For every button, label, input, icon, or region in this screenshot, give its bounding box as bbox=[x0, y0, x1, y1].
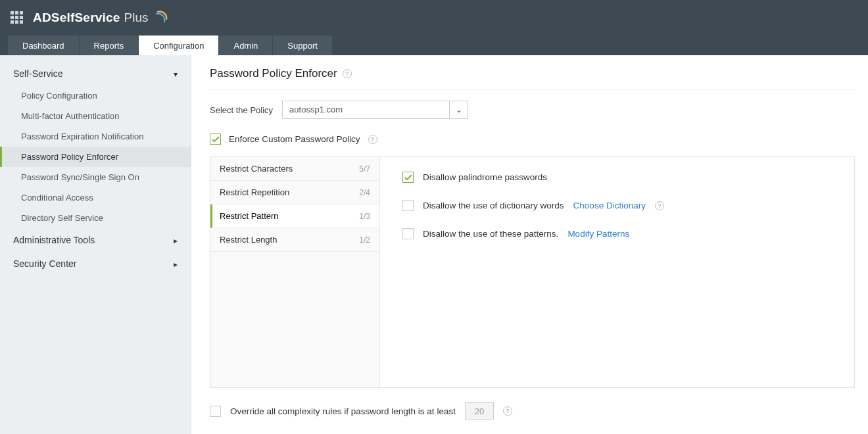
page-title-row: Password Policy Enforcer ? bbox=[210, 67, 854, 90]
ptab-restrict-repetition[interactable]: Restrict Repetition 2/4 bbox=[210, 181, 379, 205]
sidebar-section-label: Administrative Tools bbox=[13, 235, 95, 245]
enforce-row: Enforce Custom Password Policy ? bbox=[210, 126, 855, 157]
select-policy-label: Select the Policy bbox=[210, 105, 273, 115]
sidebar-item-password-expiration[interactable]: Password Expiration Notification bbox=[0, 126, 191, 147]
enforce-checkbox[interactable] bbox=[210, 133, 221, 145]
ptab-label: Restrict Repetition bbox=[220, 187, 289, 197]
opt-palindrome-checkbox[interactable] bbox=[402, 172, 414, 183]
policy-area: Restrict Characters 5/7 Restrict Repetit… bbox=[210, 157, 855, 388]
help-icon[interactable]: ? bbox=[368, 135, 377, 144]
modify-patterns-link[interactable]: Modify Patterns bbox=[567, 229, 629, 239]
sidebar-section-self-service[interactable]: Self-Service bbox=[0, 62, 191, 85]
tab-dashboard[interactable]: Dashboard bbox=[8, 36, 79, 55]
ptab-count: 1/2 bbox=[359, 235, 370, 245]
ptab-count: 2/4 bbox=[359, 188, 370, 197]
policy-options: Disallow palindrome passwords Disallow t… bbox=[380, 157, 854, 387]
ptab-count: 5/7 bbox=[359, 164, 370, 174]
help-icon[interactable]: ? bbox=[343, 69, 352, 78]
apps-grid-icon[interactable] bbox=[11, 11, 24, 24]
chevron-right-icon bbox=[174, 258, 178, 269]
policy-tab-list: Restrict Characters 5/7 Restrict Repetit… bbox=[210, 157, 380, 387]
opt-palindrome: Disallow palindrome passwords bbox=[402, 172, 841, 183]
policy-select[interactable]: autossp1.com ⌄ bbox=[282, 101, 468, 119]
ptab-label: Restrict Pattern bbox=[220, 211, 279, 221]
policy-select-button[interactable]: ⌄ bbox=[450, 101, 468, 119]
sidebar: Self-Service Policy Configuration Multi-… bbox=[0, 55, 191, 434]
override-row: Override all complexity rules if passwor… bbox=[210, 388, 855, 420]
ptab-label: Restrict Length bbox=[220, 235, 277, 245]
override-label: Override all complexity rules if passwor… bbox=[230, 406, 456, 416]
sidebar-item-password-policy-enforcer[interactable]: Password Policy Enforcer bbox=[0, 147, 191, 167]
sidebar-section-label: Self-Service bbox=[13, 68, 62, 79]
sidebar-section-label: Security Center bbox=[13, 258, 76, 269]
sidebar-item-policy-config[interactable]: Policy Configuration bbox=[0, 85, 191, 106]
override-checkbox[interactable] bbox=[210, 406, 221, 417]
brand: ADSelfService Plus bbox=[33, 10, 169, 26]
sidebar-section-admin-tools[interactable]: Administrative Tools bbox=[0, 228, 191, 252]
ptab-restrict-characters[interactable]: Restrict Characters 5/7 bbox=[210, 157, 379, 181]
override-length-input[interactable] bbox=[465, 402, 494, 420]
opt-dictionary-checkbox[interactable] bbox=[402, 200, 414, 211]
tab-admin[interactable]: Admin bbox=[219, 36, 272, 55]
opt-palindrome-label: Disallow palindrome passwords bbox=[423, 172, 547, 182]
brand-name: ADSelfService bbox=[33, 11, 120, 25]
opt-patterns-checkbox[interactable] bbox=[402, 228, 414, 239]
enforce-label: Enforce Custom Password Policy bbox=[229, 134, 360, 144]
chevron-down-icon bbox=[174, 68, 178, 79]
page-title: Password Policy Enforcer bbox=[210, 67, 337, 80]
opt-dictionary: Disallow the use of dictionary words Cho… bbox=[402, 200, 841, 211]
tab-configuration[interactable]: Configuration bbox=[139, 36, 218, 55]
ptab-count: 1/3 bbox=[359, 212, 370, 221]
ptab-restrict-length[interactable]: Restrict Length 1/2 bbox=[210, 228, 379, 252]
opt-patterns: Disallow the use of these patterns. Modi… bbox=[402, 228, 841, 239]
brand-arc-icon bbox=[155, 10, 169, 26]
tab-reports[interactable]: Reports bbox=[80, 36, 139, 55]
help-icon[interactable]: ? bbox=[655, 201, 664, 210]
sidebar-item-conditional-access[interactable]: Conditional Access bbox=[0, 187, 191, 208]
opt-dictionary-label: Disallow the use of dictionary words bbox=[423, 201, 564, 210]
opt-patterns-label: Disallow the use of these patterns. bbox=[423, 229, 558, 239]
ptab-label: Restrict Characters bbox=[220, 164, 293, 174]
chevron-down-icon: ⌄ bbox=[456, 105, 462, 114]
sidebar-item-password-sync[interactable]: Password Sync/Single Sign On bbox=[0, 167, 191, 187]
policy-select-value: autossp1.com bbox=[282, 101, 450, 119]
sidebar-item-mfa[interactable]: Multi-factor Authentication bbox=[0, 106, 191, 126]
sidebar-section-security-center[interactable]: Security Center bbox=[0, 252, 191, 276]
sidebar-item-directory-self-service[interactable]: Directory Self Service bbox=[0, 208, 191, 228]
chevron-right-icon bbox=[174, 235, 178, 245]
brand-suffix: Plus bbox=[124, 11, 149, 25]
help-icon[interactable]: ? bbox=[503, 406, 512, 416]
main-nav: Dashboard Reports Configuration Admin Su… bbox=[0, 36, 868, 55]
tab-support[interactable]: Support bbox=[273, 36, 332, 55]
choose-dictionary-link[interactable]: Choose Dictionary bbox=[573, 201, 646, 210]
topbar: ADSelfService Plus bbox=[0, 0, 868, 36]
select-policy-row: Select the Policy autossp1.com ⌄ bbox=[210, 90, 855, 126]
ptab-restrict-pattern[interactable]: Restrict Pattern 1/3 bbox=[210, 205, 379, 228]
